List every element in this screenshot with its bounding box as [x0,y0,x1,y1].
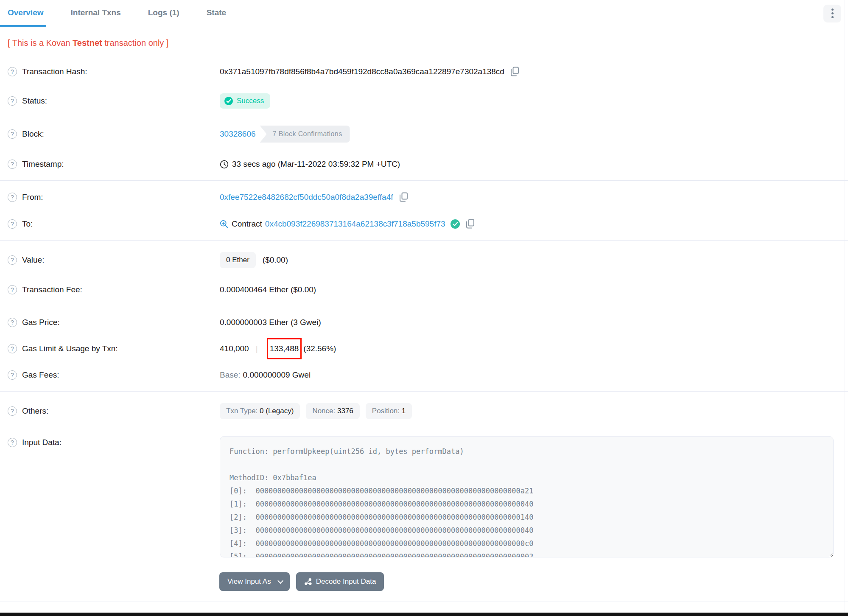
help-icon[interactable] [8,160,17,169]
divider [0,306,848,306]
status-row: Status: Success [0,85,848,117]
gas-limit-usage-label: Gas Limit & Usage by Txn: [22,344,118,353]
status-value: Success [237,97,264,105]
transaction-fee-value: 0.000400464 Ether ($0.00) [220,285,316,294]
value-label: Value: [22,255,44,265]
copy-to-address-button[interactable] [466,219,475,229]
help-icon[interactable] [8,438,17,447]
divider [0,391,848,392]
timestamp-row: Timestamp: 33 secs ago (Mar-11-2022 03:5… [0,151,848,177]
annotation-box: 133,488 [267,338,302,359]
kebab-dot-icon [831,8,834,11]
verified-check-icon [451,219,460,229]
divider [0,602,848,602]
block-confirmations-badge: 7 Block Confirmations [260,126,350,143]
help-icon[interactable] [8,285,17,294]
gas-price-value: 0.000000003 Ether (3 Gwei) [220,318,321,327]
copy-icon [510,67,519,76]
help-icon[interactable] [8,318,17,327]
decode-input-data-button[interactable]: Decode Input Data [296,572,384,591]
help-icon[interactable] [8,255,17,265]
position-value: 1 [402,407,406,415]
value-row: Value: 0 Ether ($0.00) [0,244,848,277]
help-icon[interactable] [8,67,17,76]
transaction-hash-label: Transaction Hash: [22,67,87,76]
kebab-dot-icon [831,12,834,14]
testnet-notice: [ This is a Kovan Testnet transaction on… [0,27,848,58]
view-input-as-button[interactable]: View Input As [219,572,290,591]
help-icon[interactable] [8,370,17,380]
gas-limit-usage-row: Gas Limit & Usage by Txn: 410,000 | 133,… [0,336,848,362]
block-number-link[interactable]: 30328606 [220,129,256,139]
tab-bar: Overview Internal Txns Logs (1) State [0,0,848,27]
copy-icon [399,192,408,202]
txn-type-value: 0 (Legacy) [260,407,294,415]
to-row: To: Contract 0x4cb093f226983713164a62138… [0,210,848,237]
kebab-menu-button[interactable] [823,5,841,22]
nonce-value: 3376 [337,407,353,415]
value-usd: ($0.00) [263,255,288,265]
help-icon[interactable] [8,129,17,139]
block-row: Block: 30328606 7 Block Confirmations [0,117,848,151]
transaction-fee-row: Transaction Fee: 0.000400464 Ether ($0.0… [0,277,848,303]
help-icon[interactable] [8,344,17,353]
nonce-badge: Nonce: 3376 [306,403,359,419]
block-label: Block: [22,129,44,139]
others-label: Others: [22,406,48,416]
position-key: Position: [372,407,402,415]
decode-nodes-icon [304,578,312,586]
help-icon[interactable] [8,406,17,416]
help-icon[interactable] [8,193,17,202]
input-data-label: Input Data: [22,438,62,447]
value-ether-badge: 0 Ether [220,252,256,268]
divider [0,240,848,241]
position-badge: Position: 1 [366,403,412,419]
tab-logs[interactable]: Logs (1) [146,0,182,27]
copy-from-address-button[interactable] [399,192,408,202]
to-contract-address-link[interactable]: 0x4cb093f226983713164a62138c3f718a5b595f… [265,219,445,229]
base-fee-value: 0.000000009 Gwei [243,370,311,380]
gas-used-percent: (32.56%) [303,344,336,353]
gas-price-row: Gas Price: 0.000000003 Ether (3 Gwei) [0,309,848,336]
gas-fees-row: Gas Fees: Base: 0.000000009 Gwei [0,362,848,388]
testnet-notice-bold: Testnet [73,38,102,48]
tab-state[interactable]: State [204,0,229,27]
transaction-hash-value: 0x371a51097fb78df856f8b4a7bd459f192d8cc8… [220,67,504,76]
testnet-notice-prefix: [ This is a Kovan [8,38,73,48]
transaction-details-page: Overview Internal Txns Logs (1) State [ … [0,0,848,616]
nonce-key: Nonce: [312,407,337,415]
clock-icon [220,160,229,169]
from-row: From: 0xfee7522e8482682cf50ddc50a0f8da2a… [0,184,848,210]
copy-txhash-button[interactable] [510,67,519,76]
zoom-in-icon[interactable] [220,220,228,228]
view-input-as-label: View Input As [227,577,271,586]
from-address-link[interactable]: 0xfee7522e8482682cf50ddc50a0f8da2a39effa… [220,193,393,202]
txn-type-badge: Txn Type: 0 (Legacy) [220,403,300,419]
help-icon[interactable] [8,219,17,229]
decode-input-data-label: Decode Input Data [316,577,376,586]
transaction-hash-row: Transaction Hash: 0x371a51097fb78df856f8… [0,58,848,85]
help-icon[interactable] [8,96,17,106]
base-fee-key: Base: [220,370,241,380]
pipe-separator: | [256,344,258,353]
timestamp-label: Timestamp: [22,160,64,169]
input-data-textarea[interactable]: Function: performUpkeep(uint256 id, byte… [220,436,834,557]
to-label: To: [22,219,33,229]
others-row: Others: Txn Type: 0 (Legacy) Nonce: 3376… [0,395,848,428]
status-label: Status: [22,96,47,106]
divider [0,180,848,181]
from-label: From: [22,193,43,202]
status-badge: Success [220,93,270,109]
tab-internal-txns[interactable]: Internal Txns [68,0,123,27]
gas-limit-value: 410,000 [220,344,249,353]
card-right-border [845,0,845,613]
gas-fees-label: Gas Fees: [22,370,59,380]
contract-word: Contract [232,219,262,229]
input-data-actions: View Input As Decode Input Data [0,568,848,599]
check-circle-icon [224,97,233,105]
gas-price-label: Gas Price: [22,318,60,327]
transaction-fee-label: Transaction Fee: [22,285,82,294]
copy-icon [466,219,475,229]
tab-overview[interactable]: Overview [0,0,46,27]
tabs: Overview Internal Txns Logs (1) State [0,0,251,27]
